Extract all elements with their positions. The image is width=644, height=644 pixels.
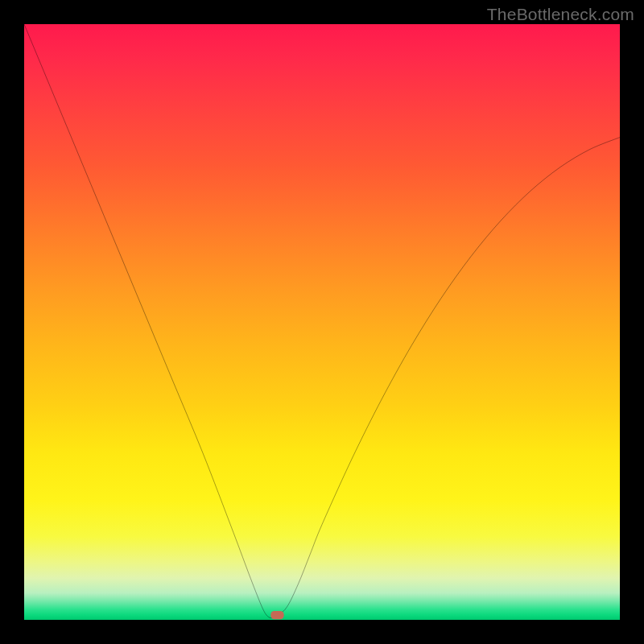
bottleneck-curve xyxy=(24,24,620,618)
curve-layer xyxy=(24,24,620,620)
watermark-label: TheBottleneck.com xyxy=(487,5,634,24)
chart-frame: TheBottleneck.com xyxy=(0,0,644,644)
min-marker xyxy=(270,611,283,619)
plot-area xyxy=(24,24,620,620)
